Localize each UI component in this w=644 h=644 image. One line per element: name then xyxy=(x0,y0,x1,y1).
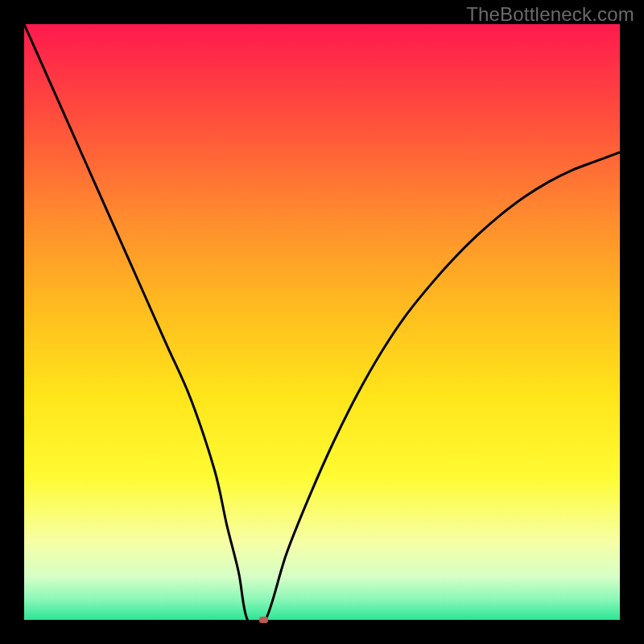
background-gradient xyxy=(24,24,620,620)
curve-marker xyxy=(259,617,267,622)
plot-area xyxy=(24,24,620,620)
watermark-text: TheBottleneck.com xyxy=(466,3,634,26)
chart-frame: TheBottleneck.com xyxy=(0,0,644,644)
plot-svg xyxy=(24,24,620,620)
